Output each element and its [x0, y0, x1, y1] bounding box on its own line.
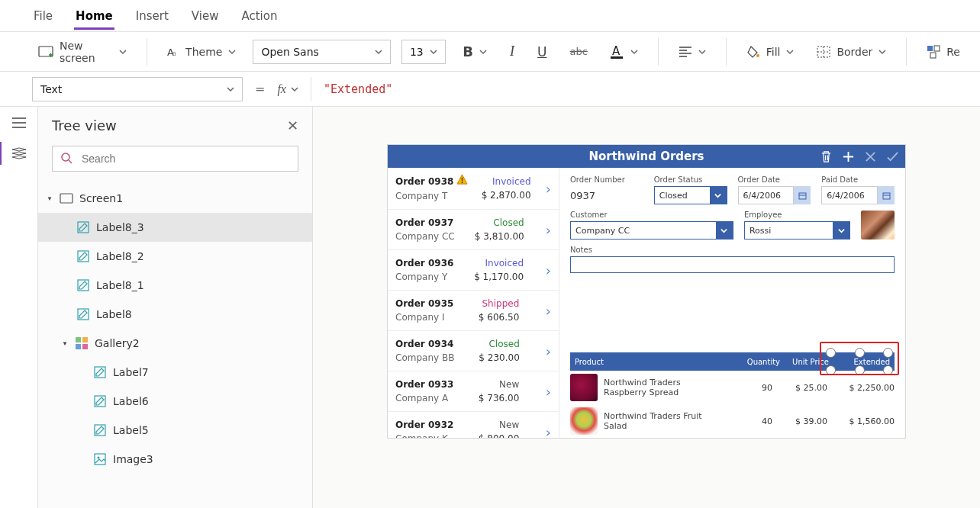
tab-insert[interactable]: Insert	[134, 2, 170, 30]
tree-label: Label8_1	[96, 279, 144, 291]
order-row[interactable]: Order 0934Company BB Closed$ 230.00 ›	[388, 331, 559, 371]
close-icon[interactable]: ✕	[287, 117, 298, 133]
tree-label: Image3	[113, 453, 153, 465]
order-company: Company Y	[395, 270, 453, 284]
fill-button[interactable]: Fill	[740, 40, 801, 64]
tree-label: Screen1	[79, 192, 123, 204]
line-items-header: Product Quantity Unit Price Extended	[570, 352, 895, 371]
line-item-row[interactable]: Northwind Traders Raspberry Spread 90 $ …	[570, 371, 895, 404]
tree-node-label[interactable]: Label8	[38, 300, 312, 329]
order-amount: $ 736.00	[479, 391, 519, 405]
order-row[interactable]: Order 0938Company T Invoiced$ 2,870.00 ›	[388, 168, 559, 210]
order-id: Order 0933	[395, 378, 453, 391]
product-name: Northwind Traders Raspberry Spread	[604, 378, 724, 397]
col-extended[interactable]: Extended	[833, 358, 895, 366]
field-label: Notes	[570, 246, 895, 254]
warning-icon	[456, 174, 468, 189]
paid-date-value: 6/4/2006	[821, 186, 878, 204]
tree-list[interactable]: ▾ Screen1 Label8_3Label8_2Label8_1Label8…	[38, 179, 312, 508]
tab-view[interactable]: View	[190, 2, 221, 30]
font-family-select[interactable]: Open Sans	[253, 40, 391, 64]
order-status: New	[479, 378, 519, 391]
notes-input[interactable]	[570, 256, 895, 273]
italic-button[interactable]: I	[504, 40, 521, 64]
paid-date-input[interactable]: 6/4/2006	[821, 186, 895, 204]
chevron-down-icon	[833, 222, 849, 239]
tree-node-child[interactable]: Label5	[38, 416, 312, 445]
font-size-select[interactable]: 13	[401, 40, 446, 64]
svg-rect-16	[76, 337, 81, 342]
align-button[interactable]	[672, 40, 712, 64]
fx-button[interactable]: fx	[277, 82, 298, 96]
search-input[interactable]	[52, 146, 298, 172]
formula-input[interactable]: "Extended"	[324, 82, 392, 96]
collapse-icon[interactable]: ▾	[46, 195, 53, 202]
order-row[interactable]: Order 0933Company A New$ 736.00 ›	[388, 371, 559, 412]
cancel-icon[interactable]	[864, 150, 877, 163]
tree-node-child[interactable]: Label7	[38, 358, 312, 387]
formula-bar: Text = fx "Extended"	[0, 72, 980, 107]
order-status-select[interactable]: Closed	[654, 186, 727, 204]
border-button[interactable]: Border	[811, 40, 892, 64]
tree-node-label[interactable]: Label8_3	[38, 213, 312, 242]
employee-select[interactable]: Rossi	[744, 221, 850, 240]
hamburger-icon[interactable]	[11, 114, 27, 131]
tab-file[interactable]: File	[32, 2, 54, 30]
tree-node-screen[interactable]: ▾ Screen1	[38, 184, 312, 213]
customer-select[interactable]: Company CC	[570, 221, 733, 240]
order-row[interactable]: Order 0932Company K New$ 800.00 ›	[388, 412, 559, 438]
bold-icon: B	[463, 43, 473, 59]
tree-node-label[interactable]: Label8_2	[38, 242, 312, 271]
order-status: New	[479, 418, 519, 432]
order-number-value: 0937	[570, 186, 643, 204]
underline-button[interactable]: U	[531, 40, 553, 64]
order-row[interactable]: Order 0936Company Y Invoiced$ 1,170.00 ›	[388, 250, 559, 291]
tree-node-child[interactable]: Label6	[38, 387, 312, 416]
theme-button[interactable]: Aa Theme	[161, 40, 242, 64]
chevron-down-icon	[710, 187, 727, 204]
order-status: Shipped	[479, 297, 519, 310]
bold-button[interactable]: B	[456, 40, 493, 64]
equals-label: =	[255, 82, 265, 96]
order-detail: Order Number0937 Order StatusClosed Orde…	[559, 168, 905, 438]
chevron-down-icon	[479, 48, 487, 56]
search-field[interactable]	[80, 152, 290, 166]
line-item-row[interactable]: Northwind Traders Fruit Salad 40 $ 39.00…	[570, 404, 895, 438]
collapse-icon[interactable]: ▾	[61, 339, 69, 347]
strike-button[interactable]: abc	[564, 40, 594, 64]
selection-handles[interactable]	[826, 348, 893, 358]
tab-action[interactable]: Action	[240, 2, 279, 30]
new-screen-label: New screen	[60, 40, 113, 64]
tree-node-label[interactable]: Label8_1	[38, 271, 312, 300]
order-row[interactable]: Order 0935Company I Shipped$ 606.50 ›	[388, 291, 559, 331]
order-row[interactable]: Order 0937Company CC Closed$ 3,810.00 ›	[388, 210, 559, 250]
tree-view-icon[interactable]	[11, 145, 27, 162]
chevron-right-icon: ›	[544, 222, 551, 238]
selection-handles[interactable]	[826, 365, 893, 375]
chevron-down-icon	[786, 48, 794, 56]
chevron-right-icon: ›	[544, 303, 551, 319]
ribbon: New screen Aa Theme Open Sans 13 B I U a…	[0, 32, 980, 72]
plus-icon[interactable]	[842, 150, 855, 163]
trash-icon[interactable]	[820, 150, 833, 163]
order-date-input[interactable]: 6/4/2006	[738, 186, 811, 204]
order-id: Order 0936	[395, 256, 453, 270]
orders-list[interactable]: Order 0938Company T Invoiced$ 2,870.00 ›…	[388, 168, 559, 438]
check-icon[interactable]	[886, 150, 899, 163]
order-status: Closed	[475, 216, 524, 230]
new-screen-button[interactable]: New screen	[32, 40, 133, 64]
label-icon	[76, 278, 90, 292]
canvas[interactable]: Northwind Orders Order 0938Company T Inv…	[313, 107, 980, 508]
property-select[interactable]: Text	[32, 77, 243, 101]
tab-home[interactable]: Home	[74, 2, 114, 30]
font-color-button[interactable]: A	[604, 40, 644, 64]
reorder-button[interactable]: Re	[920, 40, 966, 64]
tree-node-child[interactable]: Image3	[38, 445, 312, 474]
tree-node-gallery[interactable]: ▾ Gallery2	[38, 329, 312, 358]
employee-value: Rossi	[750, 226, 771, 236]
reorder-icon	[927, 45, 940, 59]
chevron-down-icon	[630, 48, 638, 56]
order-status-value: Closed	[659, 191, 688, 201]
svg-rect-8	[934, 46, 940, 51]
svg-rect-17	[82, 337, 88, 342]
